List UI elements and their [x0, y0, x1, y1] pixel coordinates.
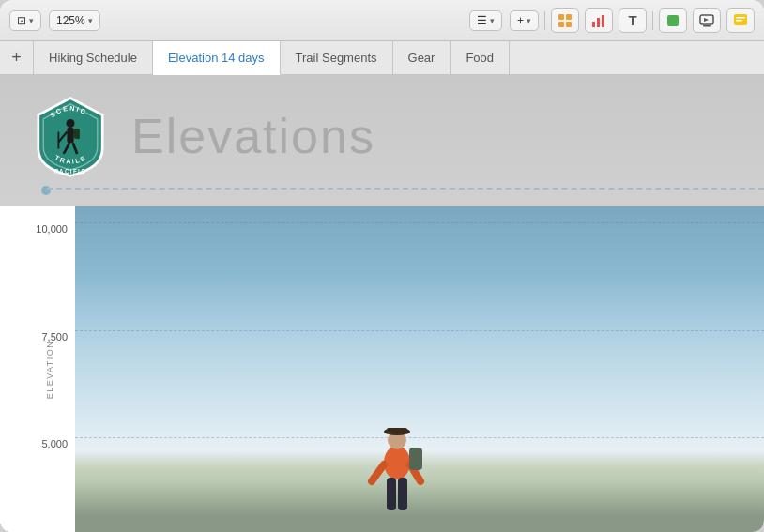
tab-food-label: Food: [466, 51, 494, 65]
media-button[interactable]: [693, 8, 721, 33]
svg-text:PACIFIC: PACIFIC: [54, 168, 86, 175]
add-chevron: ▾: [527, 16, 531, 25]
toolbar-divider-2: [652, 11, 653, 30]
chart-icon: [591, 13, 606, 28]
svg-line-27: [372, 464, 384, 481]
svg-point-14: [67, 119, 75, 128]
shape-icon: [665, 13, 680, 28]
tab-gear-label: Gear: [408, 51, 435, 65]
tab-elevation[interactable]: Elevation 14 days: [153, 41, 281, 75]
tabs-bar: + Hiking Schedule Elevation 14 days Trai…: [0, 41, 764, 75]
svg-rect-3: [566, 22, 572, 27]
svg-rect-15: [67, 128, 73, 143]
tab-hiking-schedule-label: Hiking Schedule: [49, 51, 137, 65]
chart-area: ELEVATION 10,000 7,500 5,000: [0, 206, 764, 532]
list-icon: ☰: [477, 14, 487, 27]
add-tab-button[interactable]: +: [0, 41, 34, 74]
comment-icon: [733, 13, 748, 28]
svg-rect-33: [387, 428, 407, 433]
view-mode-chevron: ▾: [29, 16, 34, 25]
hiker-figure: [364, 406, 430, 532]
content-area: SCENIC TRAILS PACIFIC Elevations: [0, 75, 764, 532]
zoom-button[interactable]: 125% ▾: [49, 10, 100, 31]
selection-dashed-line: [47, 188, 764, 190]
svg-rect-0: [558, 14, 564, 20]
svg-rect-1: [566, 14, 572, 20]
svg-rect-13: [736, 20, 742, 22]
page-title: Elevations: [131, 108, 375, 164]
svg-rect-7: [667, 15, 679, 26]
shape-button[interactable]: [659, 8, 687, 33]
view-mode-icon: ⊡: [17, 14, 26, 27]
list-button[interactable]: ☰ ▾: [469, 10, 502, 31]
svg-rect-2: [558, 22, 564, 27]
grid-line-7500: [75, 330, 764, 331]
comment-button[interactable]: [726, 8, 755, 33]
chart-button[interactable]: [585, 8, 613, 33]
y-axis: ELEVATION 10,000 7,500 5,000: [0, 206, 75, 532]
tab-trail-segments[interactable]: Trail Segments: [281, 41, 393, 74]
add-icon: +: [517, 14, 524, 27]
view-mode-button[interactable]: ⊡ ▾: [9, 10, 41, 31]
grid-line-10000: [75, 222, 764, 223]
toolbar-left: ⊡ ▾ 125% ▾: [9, 10, 462, 31]
y-axis-5000: 5,000: [41, 438, 68, 449]
zoom-chevron: ▾: [88, 16, 93, 25]
list-chevron: ▾: [490, 16, 495, 25]
svg-rect-30: [398, 478, 407, 510]
svg-rect-5: [597, 18, 600, 27]
app-window: ⊡ ▾ 125% ▾ ☰ ▾ + ▾: [0, 0, 764, 532]
svg-rect-6: [602, 15, 604, 27]
media-icon: [699, 13, 714, 28]
text-button[interactable]: T: [619, 8, 647, 33]
text-label: T: [628, 12, 636, 28]
page-header: SCENIC TRAILS PACIFIC Elevations: [0, 75, 764, 206]
svg-rect-31: [409, 448, 422, 470]
toolbar-right: + ▾: [510, 8, 755, 33]
svg-rect-4: [592, 22, 595, 27]
toolbar-center: ☰ ▾: [469, 10, 502, 31]
y-axis-7500: 7,500: [41, 331, 68, 342]
table-icon: [558, 13, 573, 28]
svg-rect-10: [703, 25, 711, 27]
zoom-label: 125%: [56, 14, 85, 27]
chart-content: [75, 206, 764, 532]
elevation-axis-label: ELEVATION: [45, 340, 54, 399]
svg-marker-9: [704, 18, 709, 22]
svg-rect-21: [74, 129, 80, 139]
tab-food[interactable]: Food: [451, 41, 510, 74]
svg-rect-29: [387, 478, 396, 510]
table-button[interactable]: [551, 8, 579, 33]
logo-svg: SCENIC TRAILS PACIFIC: [28, 94, 113, 178]
tab-trail-segments-label: Trail Segments: [296, 51, 377, 65]
y-axis-10000: 10,000: [36, 223, 68, 235]
tab-elevation-label: Elevation 14 days: [168, 51, 265, 65]
add-button[interactable]: + ▾: [510, 10, 539, 31]
svg-point-25: [384, 446, 410, 479]
toolbar: ⊡ ▾ 125% ▾ ☰ ▾ + ▾: [0, 0, 764, 41]
svg-rect-12: [736, 17, 745, 19]
tab-hiking-schedule[interactable]: Hiking Schedule: [34, 41, 153, 74]
tab-gear[interactable]: Gear: [393, 41, 451, 74]
toolbar-divider-1: [544, 11, 545, 30]
logo-badge: SCENIC TRAILS PACIFIC: [28, 94, 113, 178]
